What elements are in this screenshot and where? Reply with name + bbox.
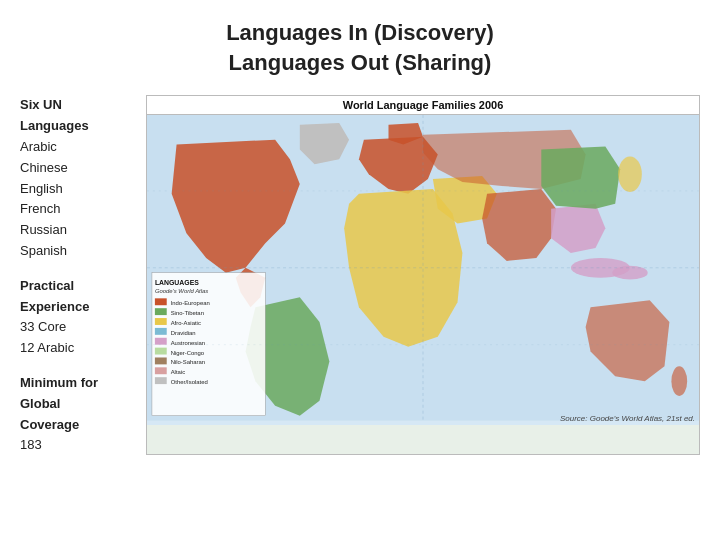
un-languages-header: Six UN Languages bbox=[20, 95, 130, 137]
svg-rect-8 bbox=[155, 299, 167, 306]
arabic-count-label: 12 Arabic bbox=[20, 338, 130, 359]
world-map-svg: LANGUAGES Goode's World Atlas Indo-Europ… bbox=[147, 115, 699, 421]
svg-rect-24 bbox=[155, 378, 167, 385]
svg-text:Austronesian: Austronesian bbox=[171, 340, 205, 346]
svg-text:Altaic: Altaic bbox=[171, 370, 185, 376]
un-russian: Russian bbox=[20, 220, 130, 241]
svg-text:Niger-Congo: Niger-Congo bbox=[171, 350, 205, 356]
svg-text:Goode's World Atlas: Goode's World Atlas bbox=[155, 289, 208, 295]
un-arabic: Arabic bbox=[20, 137, 130, 158]
un-english: English bbox=[20, 179, 130, 200]
map-title: World Language Families 2006 bbox=[147, 96, 699, 115]
page-title-line2: Languages Out (Sharing) bbox=[20, 48, 700, 78]
svg-point-3 bbox=[618, 157, 642, 192]
svg-rect-12 bbox=[155, 318, 167, 325]
svg-text:Nilo-Saharan: Nilo-Saharan bbox=[171, 360, 205, 366]
svg-rect-18 bbox=[155, 348, 167, 355]
core-label: 33 Core bbox=[20, 317, 130, 338]
svg-point-4 bbox=[671, 367, 687, 397]
svg-text:Other/Isolated: Other/Isolated bbox=[171, 379, 208, 385]
map-area: World Language Families 2006 bbox=[146, 95, 700, 455]
left-panel: Six UN Languages Arabic Chinese English … bbox=[20, 95, 130, 456]
svg-point-2 bbox=[612, 266, 647, 280]
un-french: French bbox=[20, 199, 130, 220]
svg-text:Afro-Asiatic: Afro-Asiatic bbox=[171, 320, 201, 326]
svg-text:LANGUAGES: LANGUAGES bbox=[155, 279, 199, 286]
page-title-line1: Languages In (Discovery) bbox=[20, 18, 700, 48]
content-area: Six UN Languages Arabic Chinese English … bbox=[20, 95, 700, 456]
un-chinese: Chinese bbox=[20, 158, 130, 179]
title-block: Languages In (Discovery) Languages Out (… bbox=[20, 18, 700, 77]
map-source: Source: Goode's World Atlas, 21st ed. bbox=[560, 414, 695, 423]
svg-rect-14 bbox=[155, 328, 167, 335]
experience-label: Experience bbox=[20, 297, 130, 318]
un-spanish: Spanish bbox=[20, 241, 130, 262]
svg-rect-22 bbox=[155, 368, 167, 375]
global-label: Global bbox=[20, 394, 130, 415]
svg-rect-16 bbox=[155, 338, 167, 345]
map-image: LANGUAGES Goode's World Atlas Indo-Europ… bbox=[147, 115, 699, 425]
svg-text:Indo-European: Indo-European bbox=[171, 301, 210, 307]
svg-rect-20 bbox=[155, 358, 167, 365]
minimum-header: Minimum for bbox=[20, 373, 130, 394]
svg-text:Dravidian: Dravidian bbox=[171, 330, 196, 336]
svg-rect-10 bbox=[155, 309, 167, 316]
page: Languages In (Discovery) Languages Out (… bbox=[0, 0, 720, 540]
practical-header: Practical bbox=[20, 276, 130, 297]
coverage-num: 183 bbox=[20, 435, 130, 456]
svg-text:Sino-Tibetan: Sino-Tibetan bbox=[171, 310, 204, 316]
coverage-label: Coverage bbox=[20, 415, 130, 436]
